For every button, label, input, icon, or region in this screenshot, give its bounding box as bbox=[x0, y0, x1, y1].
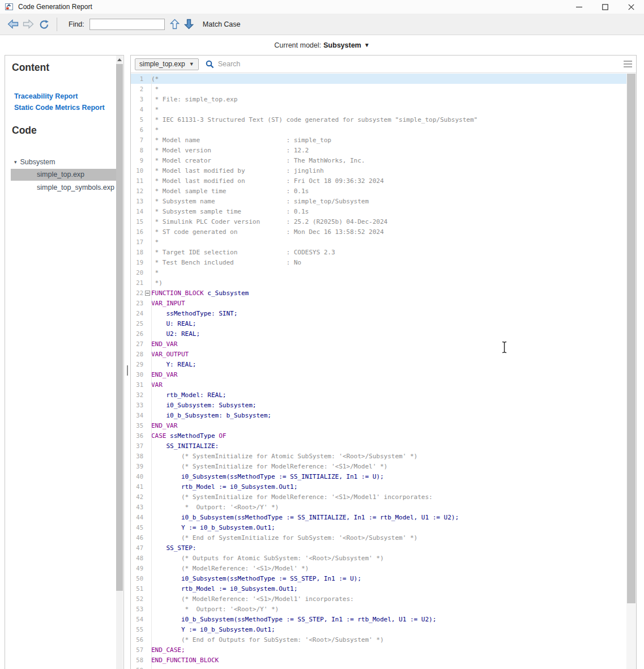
code-line-23[interactable]: 23VAR_INPUT bbox=[131, 298, 626, 308]
code-line-19[interactable]: 19 * Test Bench included : No bbox=[131, 257, 626, 267]
code-line-58[interactable]: 58END_FUNCTION_BLOCK bbox=[131, 655, 626, 665]
code-line-6[interactable]: 6 * bbox=[131, 125, 626, 135]
title-bar: Code Generation Report bbox=[0, 0, 644, 14]
code-line-12[interactable]: 12 * Model sample time : 0.1s bbox=[131, 186, 626, 196]
code-line-10[interactable]: 10 * Model last modified by : jinglinh bbox=[131, 165, 626, 176]
code-line-11[interactable]: 11 * Model last modified on : Fri Oct 18… bbox=[131, 176, 626, 186]
code-line-39[interactable]: 39 (* SystemInitialize for ModelReferenc… bbox=[131, 461, 626, 471]
file-selector-caret-icon: ▼ bbox=[189, 61, 194, 67]
find-next-button[interactable] bbox=[184, 19, 194, 29]
tree-item-simple_top_symbols.exp[interactable]: simple_top_symbols.exp bbox=[11, 182, 117, 194]
code-line-8[interactable]: 8 * Model version : 12.2 bbox=[131, 145, 626, 155]
code-line-30[interactable]: 30END_VAR bbox=[131, 369, 626, 380]
static-code-metrics-report-link[interactable]: Static Code Metrics Report bbox=[14, 104, 105, 112]
line-number: 36 bbox=[131, 432, 143, 439]
code-line-59[interactable]: 59 bbox=[131, 665, 626, 669]
code-line-33[interactable]: 33 i0_Subsystem: Subsystem; bbox=[131, 400, 626, 410]
code-line-40[interactable]: 40 i0_Subsystem(ssMethodType := SS_INITI… bbox=[131, 471, 626, 481]
model-dropdown-caret-icon[interactable]: ▼ bbox=[364, 42, 370, 48]
code-line-5[interactable]: 5 * IEC 61131-3 Structured Text (ST) cod… bbox=[131, 114, 626, 125]
code-line-4[interactable]: 4 * bbox=[131, 104, 626, 114]
code-line-46[interactable]: 46 (* End of SystemInitialize for SubSys… bbox=[131, 532, 626, 543]
line-number: 2 bbox=[131, 86, 143, 92]
code-line-20[interactable]: 20 * bbox=[131, 267, 626, 278]
code-line-49[interactable]: 49 (* ModelReference: '<S1>/Model' *) bbox=[131, 563, 626, 573]
code-line-34[interactable]: 34 i0_b_Subsystem: b_Subsystem; bbox=[131, 410, 626, 420]
code-line-17[interactable]: 17 * bbox=[131, 237, 626, 247]
line-number: 39 bbox=[131, 463, 143, 470]
code-line-44[interactable]: 44 i0_b_Subsystem(ssMethodType := SS_INI… bbox=[131, 512, 626, 522]
code-line-41[interactable]: 41 rtb_Model := i0_Subsystem.Out1; bbox=[131, 481, 626, 492]
code-line-15[interactable]: 15 * Simulink PLC Coder version : 25.2 (… bbox=[131, 216, 626, 227]
find-previous-button[interactable] bbox=[170, 19, 180, 29]
panel-splitter[interactable] bbox=[127, 365, 128, 376]
match-case-toggle[interactable]: Match Case bbox=[203, 20, 241, 28]
line-number: 26 bbox=[131, 330, 143, 337]
menu-icon[interactable] bbox=[624, 61, 632, 67]
window-title: Code Generation Report bbox=[18, 3, 92, 11]
find-input[interactable] bbox=[89, 19, 165, 30]
code-line-9[interactable]: 9 * Model creator : The MathWorks, Inc. bbox=[131, 155, 626, 165]
file-selector-dropdown[interactable]: simple_top.exp ▼ bbox=[135, 58, 199, 70]
code-line-43[interactable]: 43 * Outport: '<Root>/Y' *) bbox=[131, 502, 626, 512]
line-number: 18 bbox=[131, 249, 143, 255]
code-line-13[interactable]: 13 * Subsystem name : simple_top/Subsyst… bbox=[131, 196, 626, 206]
code-line-29[interactable]: 29 Y: REAL; bbox=[131, 359, 626, 369]
line-number: 44 bbox=[131, 514, 143, 521]
code-line-54[interactable]: 54 i0_b_Subsystem(ssMethodType := SS_STE… bbox=[131, 614, 626, 624]
code-lines: 1(*2 *3 * File: simple_top.exp4 *5 * IEC… bbox=[131, 74, 626, 669]
search-input[interactable]: Search bbox=[218, 60, 624, 68]
code-line-3[interactable]: 3 * File: simple_top.exp bbox=[131, 94, 626, 104]
code-line-28[interactable]: 28VAR_OUTPUT bbox=[131, 349, 626, 359]
code-scrollbar-thumb[interactable] bbox=[627, 74, 636, 603]
sidebar-scrollbar-thumb[interactable] bbox=[116, 64, 123, 591]
traceability-report-link[interactable]: Traceability Report bbox=[14, 92, 78, 100]
line-number: 32 bbox=[131, 391, 143, 398]
code-line-57[interactable]: 57END_CASE; bbox=[131, 645, 626, 655]
code-line-2[interactable]: 2 * bbox=[131, 84, 626, 94]
code-line-1[interactable]: 1(* bbox=[131, 74, 626, 84]
code-line-25[interactable]: 25 U: REAL; bbox=[131, 318, 626, 329]
code-line-7[interactable]: 7 * Model name : simple_top bbox=[131, 135, 626, 145]
fold-toggle-icon[interactable] bbox=[145, 291, 150, 296]
maximize-button[interactable] bbox=[592, 0, 618, 14]
code-line-27[interactable]: 27END_VAR bbox=[131, 339, 626, 349]
scrollbar-up-icon[interactable] bbox=[116, 56, 123, 64]
code-line-37[interactable]: 37 SS_INITIALIZE: bbox=[131, 441, 626, 451]
code-line-16[interactable]: 16 * ST code generated on : Mon Dec 16 1… bbox=[131, 227, 626, 237]
back-button[interactable] bbox=[7, 19, 19, 29]
tree-item-simple_top.exp[interactable]: simple_top.exp bbox=[11, 169, 117, 181]
code-line-35[interactable]: 35END_VAR bbox=[131, 420, 626, 431]
tree-node-subsystem[interactable]: ▾ Subsystem bbox=[5, 156, 117, 168]
current-model-value[interactable]: Subsystem bbox=[323, 41, 361, 49]
code-line-22[interactable]: 22FUNCTION_BLOCK c_Subsystem bbox=[131, 288, 626, 298]
code-line-24[interactable]: 24 ssMethodType: SINT; bbox=[131, 308, 626, 318]
code-line-14[interactable]: 14 * Subsystem sample time : 0.1s bbox=[131, 206, 626, 216]
code-line-38[interactable]: 38 (* SystemInitialize for Atomic SubSys… bbox=[131, 451, 626, 461]
tree-collapse-icon[interactable]: ▾ bbox=[14, 159, 17, 165]
code-line-55[interactable]: 55 Y := i0_b_Subsystem.Out1; bbox=[131, 624, 626, 634]
code-line-50[interactable]: 50 i0_Subsystem(ssMethodType := SS_STEP,… bbox=[131, 573, 626, 583]
sidebar-scrollbar[interactable] bbox=[116, 56, 123, 669]
code-line-21[interactable]: 21 *) bbox=[131, 278, 626, 288]
code-line-45[interactable]: 45 Y := i0_b_Subsystem.Out1; bbox=[131, 522, 626, 532]
line-number: 25 bbox=[131, 320, 143, 327]
code-line-56[interactable]: 56 (* End of Outputs for SubSystem: '<Ro… bbox=[131, 634, 626, 645]
forward-button[interactable] bbox=[23, 19, 34, 29]
line-number: 47 bbox=[131, 544, 143, 551]
code-line-18[interactable]: 18 * Target IDE selection : CODESYS 2.3 bbox=[131, 247, 626, 257]
code-line-53[interactable]: 53 * Outport: '<Root>/Y' *) bbox=[131, 604, 626, 614]
code-line-31[interactable]: 31VAR bbox=[131, 380, 626, 390]
code-scrollbar[interactable] bbox=[626, 74, 636, 669]
code-line-47[interactable]: 47 SS_STEP: bbox=[131, 543, 626, 553]
minimize-button[interactable] bbox=[566, 0, 592, 14]
code-line-32[interactable]: 32 rtb_Model: REAL; bbox=[131, 390, 626, 400]
code-line-51[interactable]: 51 rtb_Model := i0_Subsystem.Out1; bbox=[131, 583, 626, 594]
code-line-48[interactable]: 48 (* Outputs for Atomic SubSystem: '<Ro… bbox=[131, 553, 626, 563]
close-button[interactable] bbox=[618, 0, 644, 14]
refresh-button[interactable] bbox=[39, 19, 50, 29]
code-line-52[interactable]: 52 (* ModelReference: '<S1>/Model1' inco… bbox=[131, 594, 626, 604]
code-line-36[interactable]: 36CASE ssMethodType OF bbox=[131, 431, 626, 441]
code-line-26[interactable]: 26 U2: REAL; bbox=[131, 329, 626, 339]
code-line-42[interactable]: 42 (* SystemInitialize for ModelReferenc… bbox=[131, 492, 626, 502]
